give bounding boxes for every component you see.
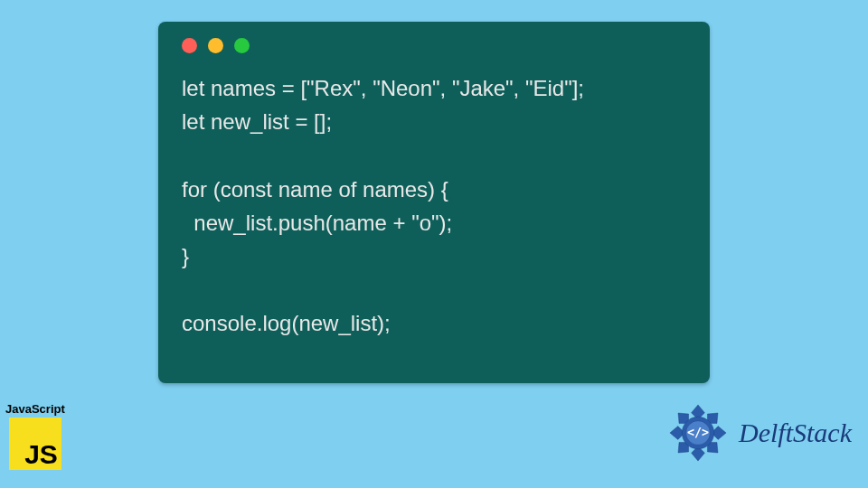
delftstack-brand: </> DelftStack (665, 399, 852, 466)
javascript-label: JavaScript (5, 402, 65, 416)
close-icon (182, 38, 197, 53)
window-controls (182, 38, 690, 53)
javascript-logo-icon: JS (9, 418, 61, 470)
code-window: let names = ["Rex", "Neon", "Jake", "Eid… (158, 22, 710, 383)
delftstack-name: DelftStack (739, 418, 852, 448)
code-content: let names = ["Rex", "Neon", "Jake", "Eid… (178, 71, 690, 341)
svg-text:</>: </> (687, 426, 709, 439)
maximize-icon (234, 38, 250, 53)
minimize-icon (208, 38, 223, 53)
javascript-logo-text: JS (24, 439, 61, 470)
javascript-badge: JavaScript JS (5, 402, 65, 470)
delftstack-logo-icon: </> (665, 399, 731, 466)
